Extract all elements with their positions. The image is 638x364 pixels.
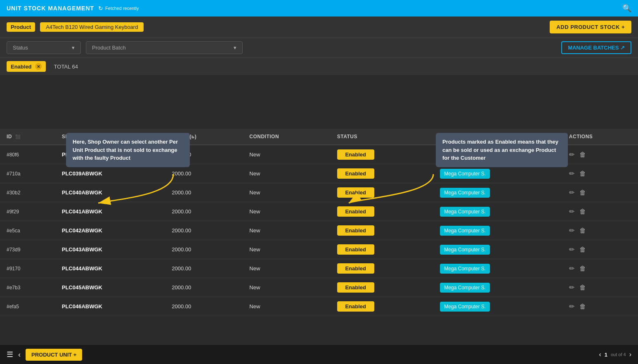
edit-button[interactable]: ✏: [569, 170, 574, 177]
action-icons: ✏ 🗑: [569, 227, 631, 234]
cell-supplier: Mega Computer S.: [433, 240, 562, 259]
status-badge[interactable]: Enabled: [337, 206, 374, 217]
sort-icon[interactable]: ⬛: [15, 135, 21, 139]
enabled-filter-tag: Enabled ✕: [7, 61, 46, 72]
cell-id: #73d9: [0, 240, 55, 259]
cell-price: 2000.00: [165, 221, 243, 240]
delete-button[interactable]: 🗑: [579, 265, 586, 272]
cell-supplier: Mega Computer S.: [433, 202, 562, 221]
status-badge[interactable]: Enabled: [337, 282, 374, 293]
col-header-actions: ACTIONS: [562, 129, 638, 145]
status-dropdown-arrow: ▾: [72, 45, 75, 51]
delete-button[interactable]: 🗑: [579, 227, 586, 234]
cell-actions: ✏ 🗑: [562, 183, 638, 202]
cell-price: 2000.00: [165, 202, 243, 221]
cell-condition: New: [243, 145, 330, 164]
cell-serial: PLC044ABWGK: [55, 259, 165, 278]
cell-condition: New: [243, 278, 330, 297]
delete-button[interactable]: 🗑: [579, 208, 586, 215]
table-row: #30b2 PLC040ABWGK 2000.00 New Enabled Me…: [0, 183, 638, 202]
edit-button[interactable]: ✏: [569, 246, 574, 253]
table-row: #e7b3 PLC045ABWGK 2000.00 New Enabled Me…: [0, 278, 638, 297]
action-icons: ✏ 🗑: [569, 189, 631, 196]
cell-id: #efa5: [0, 297, 55, 316]
supplier-badge: Mega Computer S.: [440, 226, 490, 236]
cell-condition: New: [243, 297, 330, 316]
edit-button[interactable]: ✏: [569, 208, 574, 215]
edit-button[interactable]: ✏: [569, 151, 574, 158]
edit-button[interactable]: ✏: [569, 284, 574, 291]
cell-supplier: Mega Computer S.: [433, 183, 562, 202]
product-label: Product: [7, 22, 35, 32]
cell-status: Enabled: [331, 202, 434, 221]
cell-actions: ✏ 🗑: [562, 278, 638, 297]
status-badge[interactable]: Enabled: [337, 244, 374, 255]
delete-button[interactable]: 🗑: [579, 170, 586, 177]
top-bar: UNIT STOCK MANAGEMENT ↻ Fetched recently…: [0, 0, 638, 17]
app-title: UNIT STOCK MANAGEMENT: [7, 5, 94, 12]
cell-condition: New: [243, 164, 330, 183]
cell-id: #9f29: [0, 202, 55, 221]
cell-condition: New: [243, 259, 330, 278]
cell-id: #30b2: [0, 183, 55, 202]
cell-status: Enabled: [331, 259, 434, 278]
status-badge[interactable]: Enabled: [337, 225, 374, 236]
delete-button[interactable]: 🗑: [579, 303, 586, 310]
delete-button[interactable]: 🗑: [579, 189, 586, 196]
cell-supplier: Mega Computer S.: [433, 221, 562, 240]
table-row: #9f29 PLC041ABWGK 2000.00 New Enabled Me…: [0, 202, 638, 221]
cell-actions: ✏ 🗑: [562, 202, 638, 221]
edit-button[interactable]: ✏: [569, 303, 574, 310]
action-icons: ✏ 🗑: [569, 170, 631, 177]
batch-dropdown[interactable]: Product Batch ▾: [86, 41, 243, 54]
delete-button[interactable]: 🗑: [579, 246, 586, 253]
col-header-condition: CONDITION: [243, 129, 330, 145]
action-icons: ✏ 🗑: [569, 151, 631, 158]
action-icons: ✏ 🗑: [569, 208, 631, 215]
delete-button[interactable]: 🗑: [579, 151, 586, 158]
cell-id: #710a: [0, 164, 55, 183]
action-icons: ✏ 🗑: [569, 284, 631, 291]
edit-button[interactable]: ✏: [569, 227, 574, 234]
status-dropdown[interactable]: Status ▾: [7, 41, 81, 54]
tooltip-left: Here, Shop Owner can select another Per …: [66, 133, 190, 167]
cell-id: #e5ca: [0, 221, 55, 240]
table-row: #9170 PLC044ABWGK 2000.00 New Enabled Me…: [0, 259, 638, 278]
tooltip-right: Products marked as Enabled means that th…: [436, 133, 568, 167]
supplier-badge: Mega Computer S.: [440, 264, 490, 274]
cell-supplier: Mega Computer S.: [433, 259, 562, 278]
cell-status: Enabled: [331, 221, 434, 240]
cell-condition: New: [243, 240, 330, 259]
cell-status: Enabled: [331, 240, 434, 259]
batch-dropdown-label: Product Batch: [92, 45, 126, 51]
col-header-id: ID ⬛: [0, 129, 55, 145]
second-filter-bar: Status ▾ Product Batch ▾ MANAGE BATCHES …: [0, 38, 638, 57]
manage-batches-button[interactable]: MANAGE BATCHES ↗: [561, 41, 631, 54]
filter-bar: Product A4Tech B120 Wired Gaming Keyboar…: [0, 17, 638, 38]
cell-serial: PLC043ABWGK: [55, 240, 165, 259]
remove-enabled-filter-button[interactable]: ✕: [35, 63, 42, 70]
edit-button[interactable]: ✏: [569, 265, 574, 272]
supplier-badge: Mega Computer S.: [440, 207, 490, 217]
cell-actions: ✏ 🗑: [562, 240, 638, 259]
action-icons: ✏ 🗑: [569, 303, 631, 310]
active-filters-bar: Enabled ✕ TOTAL 64: [0, 57, 638, 75]
delete-button[interactable]: 🗑: [579, 284, 586, 291]
cell-id: #9170: [0, 259, 55, 278]
batch-dropdown-arrow: ▾: [234, 45, 236, 51]
status-badge[interactable]: Enabled: [337, 263, 374, 274]
search-icon[interactable]: 🔍: [622, 4, 631, 13]
cell-actions: ✏ 🗑: [562, 221, 638, 240]
status-badge[interactable]: Enabled: [337, 187, 374, 198]
sync-text: Fetched recently: [105, 6, 139, 11]
cell-serial: PLC045ABWGK: [55, 278, 165, 297]
cell-condition: New: [243, 202, 330, 221]
cell-price: 2000.00: [165, 297, 243, 316]
status-badge[interactable]: Enabled: [337, 168, 374, 179]
edit-button[interactable]: ✏: [569, 189, 574, 196]
cell-status: Enabled: [331, 183, 434, 202]
cell-actions: ✏ 🗑: [562, 164, 638, 183]
status-badge[interactable]: Enabled: [337, 149, 374, 160]
status-badge[interactable]: Enabled: [337, 301, 374, 312]
add-product-stock-button[interactable]: ADD PRODUCT STOCK +: [550, 21, 631, 33]
